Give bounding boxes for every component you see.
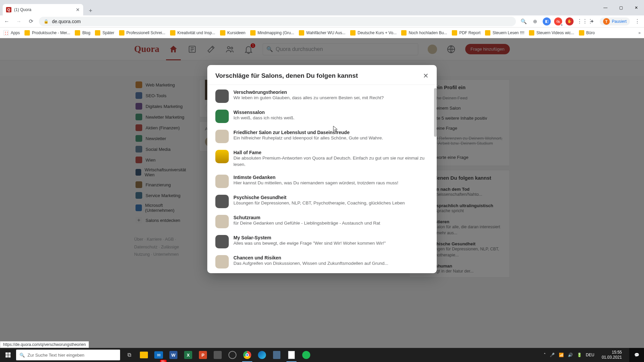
extension-icon[interactable]: 🛍6 — [554, 17, 562, 25]
modal-suggestion[interactable]: Intimste GedankenHier kannst Du mitteile… — [207, 171, 437, 191]
status-link: https://de.quora.com/q/verschworungstheo… — [0, 341, 89, 348]
bookmarks-bar: Apps Produktsuche - Mer... Blog Später P… — [0, 27, 644, 38]
lock-icon: 🔒 — [44, 19, 49, 24]
bookmark-item[interactable]: Blog — [75, 30, 90, 36]
modal-suggestion[interactable]: Chancen und RisikenDas Aufgreifen von Di… — [207, 252, 437, 272]
svg-rect-6 — [6, 355, 8, 358]
start-button[interactable] — [0, 352, 16, 358]
svg-rect-4 — [6, 353, 8, 355]
salon-avatar — [215, 235, 229, 248]
forward-button[interactable]: → — [15, 18, 23, 24]
tab-title: (1) Quora — [14, 7, 31, 12]
address-bar: ← → ⟳ 🔒 de.quora.com 🔍 ⊕ ◧ 🛍6 ✋ ⋮⋮⋮ ✦ T … — [0, 15, 644, 27]
bookmarks-overflow[interactable]: » — [638, 31, 641, 35]
svg-rect-5 — [8, 353, 11, 355]
zoom-icon[interactable]: 🔍 — [520, 18, 528, 24]
apps-icon[interactable]: ⋮⋮⋮ — [577, 18, 585, 24]
bookmark-item[interactable]: Kursideen — [220, 30, 246, 36]
tray-battery-icon[interactable]: 🔋 — [577, 353, 582, 357]
close-icon[interactable]: ✕ — [423, 72, 429, 80]
profile-state: Pausiert — [612, 19, 627, 24]
url-text: de.quora.com — [52, 19, 81, 24]
salon-avatar — [215, 175, 229, 188]
back-button[interactable]: ← — [3, 18, 11, 24]
profile-avatar: T — [603, 18, 610, 25]
bookmark-item[interactable]: Büro — [579, 30, 595, 36]
bookmark-item[interactable]: Produktsuche - Mer... — [24, 30, 70, 36]
bookmark-item[interactable]: Steuern Lesen !!!! — [485, 30, 524, 36]
tray-lang[interactable]: DEU — [586, 353, 594, 357]
salon-avatar — [215, 130, 229, 143]
taskbar-powerpoint[interactable]: P — [196, 348, 210, 362]
taskbar: 🔍Zur Suche Text hier eingeben ⧉ ✉99+ W X… — [0, 348, 644, 362]
bookmark-item[interactable]: Deutsche Kurs + Vo... — [350, 30, 396, 36]
taskbar-obs[interactable] — [225, 348, 239, 362]
task-view-button[interactable]: ⧉ — [122, 348, 136, 362]
bookmark-item[interactable]: Noch hochladen Bu... — [401, 30, 447, 36]
taskbar-explorer[interactable] — [137, 348, 151, 362]
modal-suggestion[interactable]: Friedlicher Salon zur Lebenslust und Das… — [207, 126, 437, 146]
tray-chevron[interactable]: ˄ — [544, 353, 546, 357]
modal-scrollbar-thumb[interactable] — [434, 88, 437, 137]
adblock-icon[interactable]: ✋ — [566, 17, 574, 25]
extension-icon[interactable]: ◧ — [543, 17, 551, 25]
extensions-icon[interactable]: ✦ — [588, 18, 596, 24]
bookmark-apps[interactable]: Apps — [3, 30, 20, 36]
taskbar-clock[interactable]: 15:5501.03.2021 — [598, 350, 625, 360]
reload-button[interactable]: ⟳ — [27, 18, 35, 24]
modal-suggestion[interactable]: VerschwörungstheorienWir leben im guten … — [207, 86, 437, 106]
bookmark-item[interactable]: Später — [95, 30, 114, 36]
bookmark-item[interactable]: PDF Report — [452, 30, 480, 36]
taskbar-mail[interactable]: ✉99+ — [152, 348, 166, 362]
bookmark-item[interactable]: Steuern Videos wic... — [529, 30, 574, 36]
gtranslate-icon[interactable]: ⊕ — [531, 18, 539, 24]
salon-avatar — [215, 110, 229, 123]
salon-avatar — [215, 150, 229, 163]
menu-button[interactable]: ⋮ — [633, 18, 641, 24]
minimize-button[interactable]: — — [598, 0, 613, 15]
tab-close-icon[interactable]: ✕ — [76, 7, 80, 12]
suggestions-modal: Vorschläge für Salons, denen Du folgen k… — [207, 65, 437, 273]
search-icon: 🔍 — [19, 353, 25, 358]
salon-avatar — [215, 195, 229, 208]
windows-search[interactable]: 🔍Zur Suche Text hier eingeben — [16, 350, 120, 360]
modal-suggestion[interactable]: Schutzraumfür Deine Gedanken und Gefühle… — [207, 212, 437, 232]
taskbar-edge[interactable] — [255, 348, 269, 362]
taskbar-spotify[interactable] — [299, 348, 313, 362]
tray-volume-icon[interactable]: 🔊 — [568, 353, 573, 357]
taskbar-chrome[interactable] — [240, 348, 254, 362]
bookmark-item[interactable]: Professionell Schrei... — [119, 30, 165, 36]
taskbar-app[interactable] — [270, 348, 284, 362]
tray-wifi-icon[interactable]: 📶 — [559, 353, 564, 357]
action-center-button[interactable]: 💬 — [629, 348, 644, 362]
modal-overlay[interactable]: Vorschläge für Salons, denen Du folgen k… — [0, 38, 644, 348]
salon-avatar — [215, 255, 229, 268]
bookmark-item[interactable]: Mindmapping (Gru... — [250, 30, 294, 36]
modal-suggestion[interactable]: Psychische GesundheitLösungen für Depres… — [207, 191, 437, 212]
omnibox[interactable]: 🔒 de.quora.com — [39, 17, 516, 26]
bookmark-item[interactable]: Kreativität und Insp... — [170, 30, 215, 36]
modal-suggestion[interactable]: Hall of FameDie absoluten Premium-Antwor… — [207, 146, 437, 171]
titlebar: Q (1) Quora ✕ + — ▢ ✕ — [0, 0, 644, 15]
taskbar-app[interactable] — [211, 348, 225, 362]
maximize-button[interactable]: ▢ — [613, 0, 629, 15]
window-controls: — ▢ ✕ — [598, 0, 644, 15]
bookmark-item[interactable]: Wahlfächer WU Aus... — [299, 30, 345, 36]
new-tab-button[interactable]: + — [86, 6, 95, 15]
tray-mic-icon[interactable]: 🎤 — [550, 353, 555, 357]
modal-title: Vorschläge für Salons, denen Du folgen k… — [215, 72, 358, 79]
modal-suggestion[interactable]: WissenssalonIch weiß, dass ich nichts we… — [207, 106, 437, 126]
salon-avatar — [215, 89, 229, 103]
close-window-button[interactable]: ✕ — [629, 0, 644, 15]
salon-avatar — [215, 215, 229, 228]
extension-row: 🔍 ⊕ ◧ 🛍6 ✋ ⋮⋮⋮ ✦ T Pausiert ⋮ — [520, 17, 641, 25]
quora-favicon: Q — [6, 7, 11, 12]
browser-tab[interactable]: Q (1) Quora ✕ — [3, 4, 83, 15]
taskbar-word[interactable]: W — [166, 348, 180, 362]
svg-rect-7 — [8, 355, 11, 358]
taskbar-notepad[interactable] — [284, 348, 299, 362]
taskbar-excel[interactable]: X — [181, 348, 195, 362]
profile-chip[interactable]: T Pausiert — [600, 17, 630, 25]
modal-suggestion[interactable]: My Solar-SystemAlles was uns bewegt, die… — [207, 232, 437, 252]
